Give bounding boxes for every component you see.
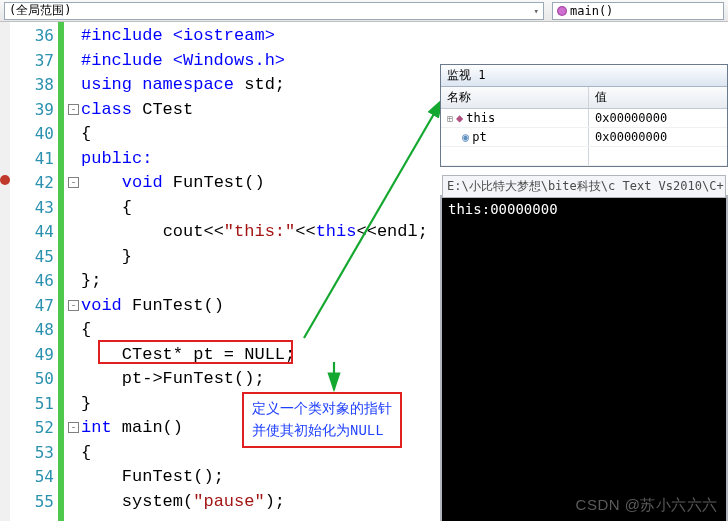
line-number: 44 [10, 220, 54, 245]
line-number: 46 [10, 269, 54, 294]
line-number: 41 [10, 147, 54, 172]
scope-dropdown[interactable]: (全局范围) ▾ [4, 2, 544, 20]
line-number: 48 [10, 318, 54, 343]
right-panes: 监视 1 名称 值 ⊞◆this 0x00000000 ◉pt 0x000000… [440, 64, 728, 521]
line-number: 42 [10, 171, 54, 196]
watch-hdr-name: 名称 [441, 87, 589, 108]
breakpoint-gutter[interactable] [0, 22, 10, 521]
watermark: CSDN @苏小六六六 [576, 496, 718, 515]
line-number: 40 [10, 122, 54, 147]
breakpoint-icon[interactable] [0, 175, 10, 185]
function-dropdown[interactable]: main() [552, 2, 724, 20]
line-number: 45 [10, 245, 54, 270]
console-output: this:00000000 [442, 197, 726, 221]
chevron-down-icon: ▾ [534, 6, 539, 16]
watch-row-empty[interactable] [441, 147, 727, 166]
function-label: main() [570, 4, 613, 18]
scope-bar: (全局范围) ▾ main() [0, 0, 728, 22]
line-number: 37 [10, 49, 54, 74]
line-number: 49 [10, 343, 54, 368]
fold-icon[interactable]: - [68, 300, 79, 311]
line-number-gutter: 36 37 38 39 40 41 42 43 44 45 46 47 48 4… [10, 22, 64, 521]
line-number: 53 [10, 441, 54, 466]
line-number: 55 [10, 490, 54, 515]
line-number: 43 [10, 196, 54, 221]
watch-hdr-value: 值 [589, 87, 727, 108]
fold-icon[interactable]: - [68, 177, 79, 188]
annotation-line2: 并使其初始化为NULL [252, 420, 392, 442]
line-number: 38 [10, 73, 54, 98]
watch-row[interactable]: ⊞◆this 0x00000000 [441, 109, 727, 128]
line-number: 47 [10, 294, 54, 319]
watch-title: 监视 1 [441, 65, 727, 87]
line-number: 50 [10, 367, 54, 392]
fold-icon[interactable]: - [68, 422, 79, 433]
fold-icon[interactable]: - [68, 104, 79, 115]
line-number: 52 [10, 416, 54, 441]
watch-row[interactable]: ◉pt 0x00000000 [441, 128, 727, 147]
line-number: 36 [10, 24, 54, 49]
console-panel: E:\小比特大梦想\bite科技\c Text Vs2010\C+ this:0… [440, 195, 728, 521]
annotation-line1: 定义一个类对象的指针 [252, 398, 392, 420]
line-number: 51 [10, 392, 54, 417]
line-number: 54 [10, 465, 54, 490]
watch-header: 名称 值 [441, 87, 727, 109]
function-icon [557, 6, 567, 16]
expand-icon[interactable]: ⊞ [447, 113, 453, 124]
console-title: E:\小比特大梦想\bite科技\c Text Vs2010\C+ [442, 175, 726, 198]
code-editor[interactable]: #include <iostream> #include <Windows.h>… [64, 22, 444, 521]
line-number: 39 [10, 98, 54, 123]
watch-panel[interactable]: 监视 1 名称 值 ⊞◆this 0x00000000 ◉pt 0x000000… [440, 64, 728, 167]
annotation-box: 定义一个类对象的指针 并使其初始化为NULL [242, 392, 402, 448]
scope-label: (全局范围) [9, 2, 71, 19]
